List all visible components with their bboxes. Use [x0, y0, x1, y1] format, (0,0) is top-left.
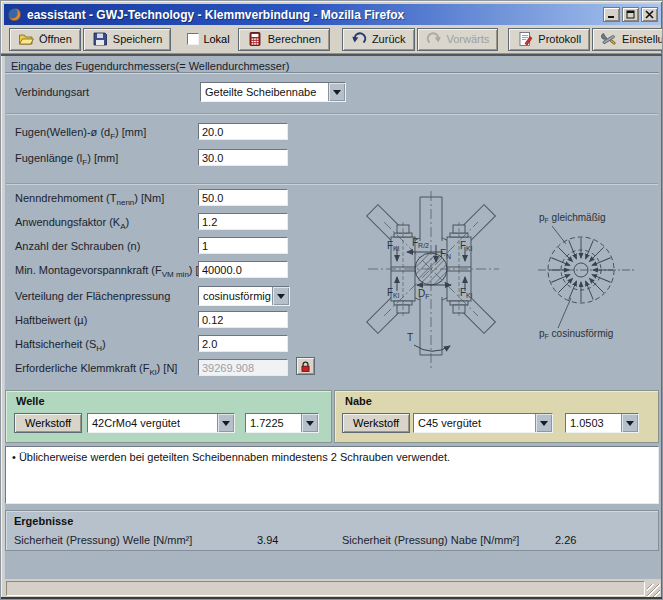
welle-material-select[interactable]: 42CrMo4 vergütet	[87, 413, 235, 433]
welle-safety-value: 3.94	[257, 534, 278, 546]
welle-material-number-select[interactable]: 1.7225	[245, 413, 319, 433]
nabe-material-select[interactable]: C45 vergütet	[413, 413, 553, 433]
settings-button[interactable]: Einstellungen	[592, 28, 663, 51]
anwendungsfaktor-input[interactable]	[198, 213, 288, 230]
welle-safety-label: Sicherheit (Pressung) Welle [N/mm²]	[14, 534, 192, 546]
window-bottom-edge	[1, 597, 662, 599]
fkl-label: FKl	[387, 287, 399, 298]
df-label: DF	[418, 288, 430, 299]
results-panel: Ergebnisse Sicherheit (Pressung) Welle […	[5, 510, 659, 551]
anzahl-schrauben-label: Anzahl der Schrauben (n)	[15, 240, 140, 252]
haftbeiwert-input[interactable]	[198, 311, 288, 328]
welle-werkstoff-button[interactable]: Werkstoff	[14, 413, 82, 433]
torque-label: T	[407, 332, 413, 343]
fkl-label: FKl	[387, 240, 399, 251]
group-separator	[6, 183, 658, 185]
nenndrehmoment-label: Nenndrehmoment (Tnenn) [Nm]	[15, 192, 164, 204]
minimize-icon	[607, 10, 616, 19]
open-button[interactable]: Öffnen	[9, 28, 81, 51]
fkl-label: FKl	[460, 240, 472, 251]
dropdown-arrow-icon[interactable]	[535, 414, 552, 432]
page-title: Eingabe des Fugendurchmessers(= Wellendu…	[11, 60, 289, 72]
redo-arrow-icon	[426, 31, 442, 47]
status-bar	[4, 579, 661, 598]
anzahl-schrauben-input[interactable]	[198, 237, 288, 254]
maximize-button[interactable]	[622, 7, 639, 22]
app-window: eassistant - GWJ-Technology - Klemmverbi…	[0, 0, 663, 600]
nabe-safety-value: 2.26	[555, 534, 576, 546]
klemmkraft-label: Erforderliche Klemmkraft (FKl) [N]	[15, 362, 177, 374]
fugen-d-label: Fugen(Wellen)-ø (dF) [mm]	[15, 126, 146, 138]
verteilung-select[interactable]: cosinusförmig	[198, 286, 290, 306]
fr2-label: FR/2	[412, 237, 429, 248]
protocol-document-icon	[517, 31, 533, 47]
header-divider	[5, 72, 659, 74]
resize-grip[interactable]	[647, 584, 660, 597]
verbindungsart-select[interactable]: Geteilte Scheibennabe	[200, 82, 346, 102]
toolbar: Öffnen Speichern Lokal	[4, 25, 661, 53]
titlebar: eassistant - GWJ-Technology - Klemmverbi…	[4, 4, 661, 25]
verteilung-label: Verteilung der Flächenpressung	[15, 290, 170, 302]
fugenlaenge-input[interactable]	[198, 149, 288, 166]
fn-label: FN	[440, 248, 451, 259]
fugen-d-input[interactable]	[198, 123, 288, 140]
close-button[interactable]	[641, 7, 658, 22]
lock-button[interactable]	[296, 357, 315, 375]
dropdown-arrow-icon[interactable]	[621, 414, 638, 432]
close-icon	[645, 10, 654, 19]
status-field	[6, 581, 645, 596]
save-disk-icon	[92, 31, 108, 47]
local-checkbox[interactable]: Lokal	[187, 33, 229, 45]
back-button[interactable]: Zurück	[342, 28, 415, 51]
protocol-button[interactable]: Protokoll	[508, 28, 590, 51]
nabe-safety-label: Sicherheit (Pressung) Nabe [N/mm²]	[342, 534, 519, 546]
hint-message: • Üblicherweise werden bei geteilten Sch…	[12, 451, 450, 463]
checkbox-icon	[187, 33, 199, 45]
montagevorspannkraft-input[interactable]	[198, 261, 288, 278]
save-button[interactable]: Speichern	[83, 28, 172, 51]
firefox-icon	[7, 7, 22, 22]
clamp-connection-drawing	[366, 189, 541, 374]
dropdown-arrow-icon[interactable]	[217, 414, 234, 432]
results-title: Ergebnisse	[14, 515, 73, 527]
p-cosine-label: pF cosinusförmig	[539, 328, 613, 339]
tools-icon	[601, 31, 617, 47]
klemmkraft-input	[198, 359, 288, 376]
lock-icon	[299, 360, 312, 373]
nabe-panel: Nabe Werkstoff C45 vergütet 1.0503	[334, 390, 659, 443]
nabe-title: Nabe	[345, 395, 372, 407]
open-folder-icon	[18, 31, 34, 47]
montagevorspannkraft-label: Min. Montagevorspannkraft (FVM min) [N]	[15, 264, 210, 276]
minimize-button[interactable]	[603, 7, 620, 22]
window-title: eassistant - GWJ-Technology - Klemmverbi…	[27, 8, 404, 22]
haftsicherheit-label: Haftsicherheit (SH)	[15, 338, 106, 350]
haftsicherheit-input[interactable]	[198, 335, 288, 352]
group-separator	[6, 113, 658, 115]
dropdown-arrow-icon[interactable]	[328, 83, 345, 101]
haftbeiwert-label: Haftbeiwert (µ)	[15, 314, 87, 326]
welle-title: Welle	[16, 395, 45, 407]
maximize-icon	[626, 10, 635, 19]
verbindungsart-label: Verbindungsart	[15, 86, 89, 98]
fkl-label: FKl	[460, 287, 472, 298]
fugenlaenge-label: Fugenlänge (lF) [mm]	[15, 152, 118, 164]
calculate-button[interactable]: Berechnen	[238, 28, 330, 51]
calculator-icon	[247, 31, 263, 47]
nenndrehmoment-input[interactable]	[198, 189, 288, 206]
nabe-werkstoff-button[interactable]: Werkstoff	[342, 413, 410, 433]
undo-arrow-icon	[351, 31, 367, 47]
hint-message-box: • Üblicherweise werden bei geteilten Sch…	[5, 446, 659, 504]
dropdown-arrow-icon[interactable]	[301, 414, 318, 432]
welle-panel: Welle Werkstoff 42CrMo4 vergütet 1.7225	[5, 390, 332, 443]
forward-button[interactable]: Vorwärts	[417, 28, 499, 51]
dropdown-arrow-icon[interactable]	[272, 287, 289, 305]
p-uniform-label: pF gleichmäßig	[539, 212, 606, 223]
page-content: Eingabe des Fugendurchmessers(= Wellendu…	[4, 56, 661, 579]
anwendungsfaktor-label: Anwendungsfaktor (KA)	[15, 216, 129, 228]
nabe-material-number-select[interactable]: 1.0503	[565, 413, 639, 433]
